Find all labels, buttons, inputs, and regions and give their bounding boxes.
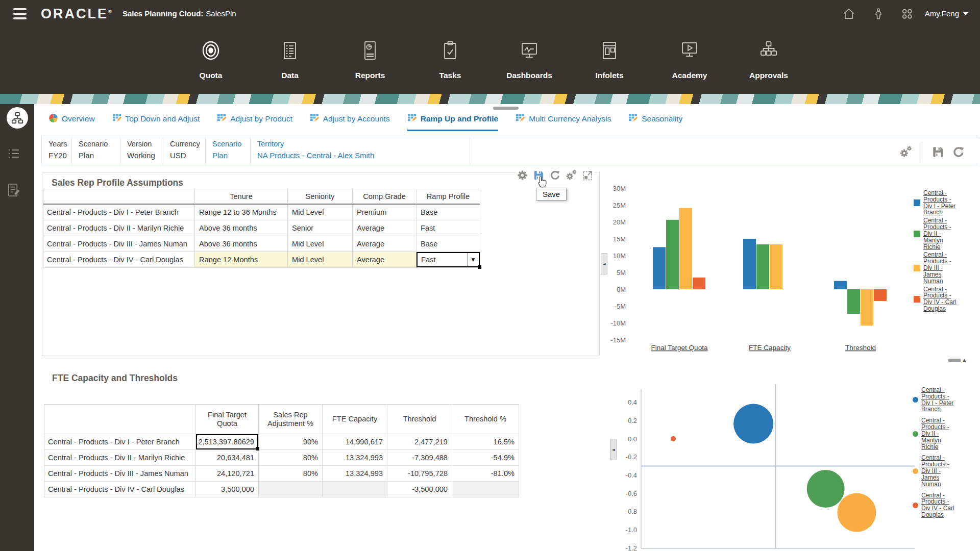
grid-cell[interactable]: -7,309,488 <box>387 450 452 466</box>
legend-item-central-products-div-iii-james-numan[interactable]: Central - Products - Div III - James Num… <box>913 455 970 487</box>
grid-cell[interactable]: Senior <box>288 220 353 236</box>
bar-category-label[interactable]: Threshold <box>845 344 876 352</box>
selection-handle[interactable] <box>256 447 259 450</box>
grid-cell[interactable]: 12,513,397.80629 <box>196 434 259 450</box>
refresh-icon[interactable] <box>952 145 965 159</box>
nav-item-infolets[interactable]: Infolets <box>579 38 640 80</box>
grid-cell[interactable]: Average <box>353 220 416 236</box>
pov-dimension-label: Territory <box>257 140 470 148</box>
maximize-icon[interactable] <box>582 169 594 181</box>
save-icon[interactable] <box>932 145 945 159</box>
vertical-splitter[interactable]: ◄ <box>601 253 607 274</box>
grid-cell[interactable]: 80% <box>259 466 323 482</box>
tab-overview[interactable]: Overview <box>48 113 95 131</box>
pov-scenario-1[interactable]: ScenarioPlan <box>72 136 120 165</box>
grid-cell[interactable]: 13,324,993 <box>323 466 387 482</box>
legend-item-central-products-div-ii-marilyn-richie[interactable]: Central - Products - Div II - Marilyn Ri… <box>913 417 970 450</box>
bar-category-label[interactable]: Final Target Quota <box>651 344 708 352</box>
refresh-icon[interactable] <box>549 169 561 181</box>
nav-item-dashboards[interactable]: Dashboards <box>499 38 560 80</box>
grid-cell[interactable]: -81.0% <box>452 466 519 482</box>
apps-grid-icon[interactable] <box>900 7 914 20</box>
horizontal-splitter[interactable]: ▲ <box>948 358 966 363</box>
nav-item-data[interactable]: Data <box>259 38 321 80</box>
panel-resize-handle[interactable] <box>493 107 519 110</box>
tab-ramp-up-and-profile[interactable]: Ramp Up and Profile <box>407 113 498 131</box>
pov-currency-3[interactable]: CurrencyUSD <box>163 136 206 165</box>
nav-item-tasks[interactable]: Tasks <box>420 38 481 80</box>
nav-item-approvals[interactable]: Approvals <box>738 38 799 80</box>
navigator-flow-icon[interactable] <box>7 107 28 129</box>
grid-cell[interactable]: Base <box>416 236 480 252</box>
pov-years-0[interactable]: YearsFY20 <box>42 136 72 165</box>
pov-scenario-4[interactable]: ScenarioPlan <box>206 136 251 165</box>
data-icon <box>278 56 302 64</box>
settings-gears-icon[interactable] <box>899 145 913 159</box>
grid-cell[interactable]: 24,120,721 <box>196 466 259 482</box>
grid-cell[interactable]: 13,324,993 <box>323 450 387 466</box>
pov-territory-5[interactable]: TerritoryNA Products - Central - Alex Sm… <box>251 136 470 165</box>
hamburger-menu-icon[interactable] <box>13 8 27 19</box>
nav-item-label: Infolets <box>579 71 640 80</box>
worksheet-edit-icon[interactable] <box>7 183 20 199</box>
person-icon[interactable] <box>872 7 885 20</box>
home-icon[interactable] <box>842 7 855 20</box>
grid-cell[interactable] <box>259 482 323 497</box>
grid-cell[interactable]: 3,500,000 <box>196 482 259 497</box>
tab-adjust-by-accounts[interactable]: Adjust by Accounts <box>310 113 390 131</box>
grid-cell[interactable]: Mid Level <box>288 236 353 252</box>
grid-cell[interactable]: Mid Level <box>288 252 353 268</box>
legend-item-central-products-div-ii-marilyn-richie[interactable]: Central - Products - Div II - Marilyn Ri… <box>914 217 971 250</box>
grid-cell[interactable] <box>323 482 387 497</box>
grid-cell[interactable]: Fast <box>416 220 480 236</box>
user-menu[interactable]: Amy.Feng <box>925 9 969 18</box>
tab-top-down-and-adjust[interactable]: Top Down and Adjust <box>112 113 200 131</box>
settings-icon[interactable] <box>517 169 528 181</box>
save-tooltip: Save <box>536 188 567 201</box>
grid-cell[interactable]: Range 12 Months <box>195 252 288 268</box>
grid-cell[interactable]: Above 36 months <box>195 220 288 236</box>
legend-item-central-products-div-iii-james-numan[interactable]: Central - Products - Div III - James Num… <box>914 252 971 284</box>
grid-cell[interactable]: -10,795,728 <box>387 466 452 482</box>
grid-cell[interactable]: 20,634,481 <box>196 450 259 466</box>
grid-cell[interactable]: Range 12 to 36 Months <box>195 205 288 220</box>
grid-cell[interactable] <box>452 482 519 497</box>
legend-swatch <box>914 296 920 303</box>
legend-item-central-products-div-i-peter-branch[interactable]: Central - Products - Div I - Peter Branc… <box>914 190 971 216</box>
dropdown-arrow-icon[interactable]: ▼ <box>467 253 479 266</box>
settings-gears-icon[interactable] <box>566 169 577 181</box>
save-icon[interactable] <box>533 169 545 181</box>
bar-central-products-div-i-peter-branch <box>834 281 847 289</box>
grid-cell[interactable]: Average <box>353 236 416 252</box>
selection-handle[interactable] <box>478 265 481 269</box>
legend-item-central-products-div-iv-carl-douglas[interactable]: Central - Products - Div IV - Carl Dougl… <box>914 286 971 312</box>
grid-cell[interactable]: -3,500,000 <box>387 482 452 497</box>
tab-adjust-by-product[interactable]: Adjust by Product <box>217 113 292 131</box>
bar-y-tick: 10M <box>613 252 626 260</box>
grid-cell[interactable]: 14,990,617 <box>323 434 387 450</box>
grid-cell[interactable]: 16.5% <box>452 434 519 450</box>
legend-item-central-products-div-iv-carl-douglas[interactable]: Central - Products - Div IV - Carl Dougl… <box>913 492 970 518</box>
nav-item-quota[interactable]: Quota <box>180 38 241 80</box>
ramp-profile-dropdown[interactable]: Fast▼ <box>416 252 480 268</box>
vertical-splitter[interactable]: ◄ <box>610 439 617 460</box>
bar-category-label[interactable]: FTE Capacity <box>749 344 791 352</box>
grid-cell[interactable]: Above 36 months <box>195 236 288 252</box>
task-list-icon[interactable] <box>7 147 21 163</box>
nav-item-academy[interactable]: Academy <box>659 38 720 80</box>
grid-cell[interactable]: 2,477,219 <box>387 434 452 450</box>
grid-cell[interactable]: Base <box>416 205 480 220</box>
grid-cell[interactable]: 90% <box>259 434 323 450</box>
pov-version-2[interactable]: VersionWorking <box>120 136 163 165</box>
grid-cell[interactable]: -54.9% <box>452 450 519 466</box>
nav-item-reports[interactable]: Reports <box>339 38 401 80</box>
grid-cell[interactable]: Average <box>353 252 416 268</box>
tab-multi-currency-analysis[interactable]: Multi Currency Analysis <box>516 113 611 131</box>
column-header-fte-capacity: FTE Capacity <box>323 405 387 434</box>
grid-cell[interactable]: Premium <box>353 205 416 220</box>
grid-cell[interactable]: 80% <box>259 450 323 466</box>
legend-item-central-products-div-i-peter-branch[interactable]: Central - Products - Div I - Peter Branc… <box>913 387 970 413</box>
grid-cell[interactable]: Mid Level <box>288 205 353 220</box>
tab-seasonality[interactable]: Seasonality <box>628 113 682 131</box>
bar-central-products-div-iii-james-numan <box>770 244 782 289</box>
